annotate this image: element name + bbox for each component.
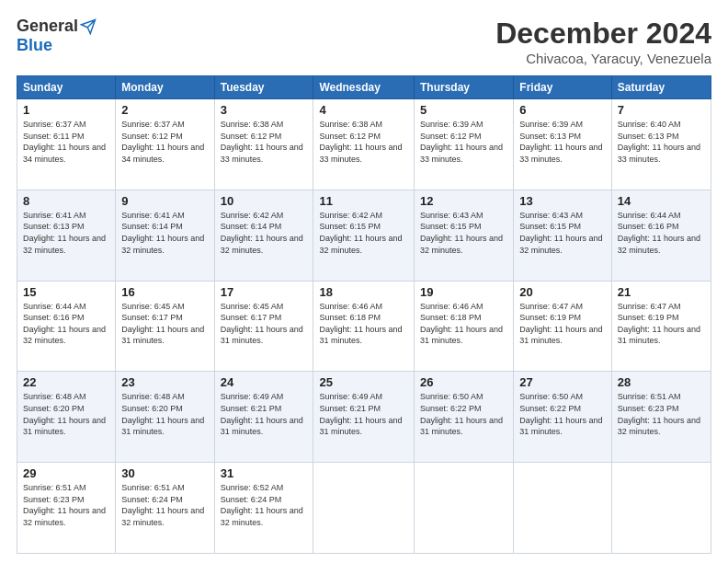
calendar-cell (313, 463, 415, 554)
day-info: Sunrise: 6:47 AMSunset: 6:19 PMDaylight:… (519, 301, 606, 347)
calendar-cell: 20Sunrise: 6:47 AMSunset: 6:19 PMDayligh… (514, 281, 612, 372)
day-info: Sunrise: 6:50 AMSunset: 6:22 PMDaylight:… (420, 391, 507, 437)
calendar-cell: 26Sunrise: 6:50 AMSunset: 6:22 PMDayligh… (415, 372, 514, 463)
week-row-1: 1Sunrise: 6:37 AMSunset: 6:11 PMDaylight… (17, 99, 711, 190)
calendar-cell (611, 463, 711, 554)
day-info: Sunrise: 6:39 AMSunset: 6:13 PMDaylight:… (519, 119, 606, 165)
calendar-cell: 6Sunrise: 6:39 AMSunset: 6:13 PMDaylight… (514, 99, 612, 190)
day-info: Sunrise: 6:47 AMSunset: 6:19 PMDaylight:… (618, 301, 705, 347)
week-row-5: 29Sunrise: 6:51 AMSunset: 6:23 PMDayligh… (17, 463, 711, 554)
day-info: Sunrise: 6:40 AMSunset: 6:13 PMDaylight:… (618, 119, 705, 165)
calendar-cell: 11Sunrise: 6:42 AMSunset: 6:15 PMDayligh… (313, 190, 415, 281)
weekday-header-wednesday: Wednesday (313, 76, 415, 99)
calendar-cell: 18Sunrise: 6:46 AMSunset: 6:18 PMDayligh… (313, 281, 415, 372)
day-info: Sunrise: 6:50 AMSunset: 6:22 PMDaylight:… (519, 391, 606, 437)
day-number: 16 (121, 285, 208, 299)
day-info: Sunrise: 6:43 AMSunset: 6:15 PMDaylight:… (420, 210, 507, 256)
day-info: Sunrise: 6:38 AMSunset: 6:12 PMDaylight:… (221, 119, 308, 165)
day-number: 7 (618, 103, 705, 117)
calendar-cell: 13Sunrise: 6:43 AMSunset: 6:15 PMDayligh… (514, 190, 612, 281)
calendar-cell: 1Sunrise: 6:37 AMSunset: 6:11 PMDaylight… (17, 99, 116, 190)
day-number: 11 (319, 194, 408, 208)
day-info: Sunrise: 6:44 AMSunset: 6:16 PMDaylight:… (23, 301, 109, 347)
day-number: 10 (221, 194, 308, 208)
day-info: Sunrise: 6:46 AMSunset: 6:18 PMDaylight:… (420, 301, 507, 347)
day-info: Sunrise: 6:51 AMSunset: 6:24 PMDaylight:… (121, 482, 208, 528)
day-number: 20 (519, 285, 606, 299)
day-number: 29 (23, 466, 109, 480)
logo-blue-text: Blue (17, 36, 52, 55)
calendar-cell: 28Sunrise: 6:51 AMSunset: 6:23 PMDayligh… (611, 372, 711, 463)
week-row-3: 15Sunrise: 6:44 AMSunset: 6:16 PMDayligh… (17, 281, 711, 372)
title-section: December 2024 Chivacoa, Yaracuy, Venezue… (495, 17, 711, 66)
day-number: 19 (420, 285, 507, 299)
header: General Blue December 2024 Chivacoa, Yar… (17, 17, 711, 66)
day-number: 22 (23, 375, 109, 389)
logo-general-text: General (17, 17, 78, 36)
weekday-header-thursday: Thursday (415, 76, 514, 99)
calendar-cell (514, 463, 612, 554)
day-info: Sunrise: 6:49 AMSunset: 6:21 PMDaylight:… (319, 391, 408, 437)
calendar-table: SundayMondayTuesdayWednesdayThursdayFrid… (17, 75, 711, 554)
day-info: Sunrise: 6:41 AMSunset: 6:14 PMDaylight:… (121, 210, 208, 256)
day-number: 27 (519, 375, 606, 389)
location-title: Chivacoa, Yaracuy, Venezuela (495, 51, 711, 66)
day-info: Sunrise: 6:51 AMSunset: 6:23 PMDaylight:… (23, 482, 109, 528)
calendar-cell: 31Sunrise: 6:52 AMSunset: 6:24 PMDayligh… (214, 463, 313, 554)
calendar-cell: 9Sunrise: 6:41 AMSunset: 6:14 PMDaylight… (116, 190, 214, 281)
weekday-header-sunday: Sunday (17, 76, 116, 99)
day-info: Sunrise: 6:51 AMSunset: 6:23 PMDaylight:… (618, 391, 705, 437)
header-row: SundayMondayTuesdayWednesdayThursdayFrid… (17, 76, 711, 99)
day-number: 1 (23, 103, 109, 117)
day-number: 3 (221, 103, 308, 117)
calendar-cell: 10Sunrise: 6:42 AMSunset: 6:14 PMDayligh… (214, 190, 313, 281)
day-number: 26 (420, 375, 507, 389)
calendar-cell: 17Sunrise: 6:45 AMSunset: 6:17 PMDayligh… (214, 281, 313, 372)
calendar-cell: 14Sunrise: 6:44 AMSunset: 6:16 PMDayligh… (611, 190, 711, 281)
day-number: 30 (121, 466, 208, 480)
calendar-cell: 3Sunrise: 6:38 AMSunset: 6:12 PMDaylight… (214, 99, 313, 190)
day-info: Sunrise: 6:49 AMSunset: 6:21 PMDaylight:… (221, 391, 308, 437)
calendar-cell: 5Sunrise: 6:39 AMSunset: 6:12 PMDaylight… (415, 99, 514, 190)
month-title: December 2024 (495, 17, 711, 51)
calendar-cell: 8Sunrise: 6:41 AMSunset: 6:13 PMDaylight… (17, 190, 116, 281)
day-number: 24 (221, 375, 308, 389)
weekday-header-saturday: Saturday (611, 76, 711, 99)
day-info: Sunrise: 6:41 AMSunset: 6:13 PMDaylight:… (23, 210, 109, 256)
day-number: 6 (519, 103, 606, 117)
calendar-cell: 29Sunrise: 6:51 AMSunset: 6:23 PMDayligh… (17, 463, 116, 554)
calendar-header: SundayMondayTuesdayWednesdayThursdayFrid… (17, 76, 711, 99)
calendar-cell (415, 463, 514, 554)
calendar-cell: 4Sunrise: 6:38 AMSunset: 6:12 PMDaylight… (313, 99, 415, 190)
day-number: 15 (23, 285, 109, 299)
day-number: 23 (121, 375, 208, 389)
calendar-body: 1Sunrise: 6:37 AMSunset: 6:11 PMDaylight… (17, 99, 711, 554)
logo-bird-icon (80, 18, 97, 35)
day-number: 25 (319, 375, 408, 389)
day-number: 2 (121, 103, 208, 117)
logo: General Blue (17, 17, 97, 55)
day-number: 13 (519, 194, 606, 208)
calendar-cell: 24Sunrise: 6:49 AMSunset: 6:21 PMDayligh… (214, 372, 313, 463)
calendar-cell: 23Sunrise: 6:48 AMSunset: 6:20 PMDayligh… (116, 372, 214, 463)
day-number: 8 (23, 194, 109, 208)
calendar-cell: 27Sunrise: 6:50 AMSunset: 6:22 PMDayligh… (514, 372, 612, 463)
day-info: Sunrise: 6:52 AMSunset: 6:24 PMDaylight:… (221, 482, 308, 528)
page: General Blue December 2024 Chivacoa, Yar… (0, 0, 728, 563)
week-row-4: 22Sunrise: 6:48 AMSunset: 6:20 PMDayligh… (17, 372, 711, 463)
day-info: Sunrise: 6:45 AMSunset: 6:17 PMDaylight:… (221, 301, 308, 347)
calendar-cell: 16Sunrise: 6:45 AMSunset: 6:17 PMDayligh… (116, 281, 214, 372)
day-info: Sunrise: 6:48 AMSunset: 6:20 PMDaylight:… (23, 391, 109, 437)
calendar-cell: 21Sunrise: 6:47 AMSunset: 6:19 PMDayligh… (611, 281, 711, 372)
day-number: 5 (420, 103, 507, 117)
calendar-cell: 19Sunrise: 6:46 AMSunset: 6:18 PMDayligh… (415, 281, 514, 372)
calendar-cell: 25Sunrise: 6:49 AMSunset: 6:21 PMDayligh… (313, 372, 415, 463)
day-info: Sunrise: 6:45 AMSunset: 6:17 PMDaylight:… (121, 301, 208, 347)
day-info: Sunrise: 6:43 AMSunset: 6:15 PMDaylight:… (519, 210, 606, 256)
calendar-cell: 15Sunrise: 6:44 AMSunset: 6:16 PMDayligh… (17, 281, 116, 372)
day-number: 14 (618, 194, 705, 208)
day-info: Sunrise: 6:46 AMSunset: 6:18 PMDaylight:… (319, 301, 408, 347)
day-number: 28 (618, 375, 705, 389)
day-number: 18 (319, 285, 408, 299)
day-number: 4 (319, 103, 408, 117)
